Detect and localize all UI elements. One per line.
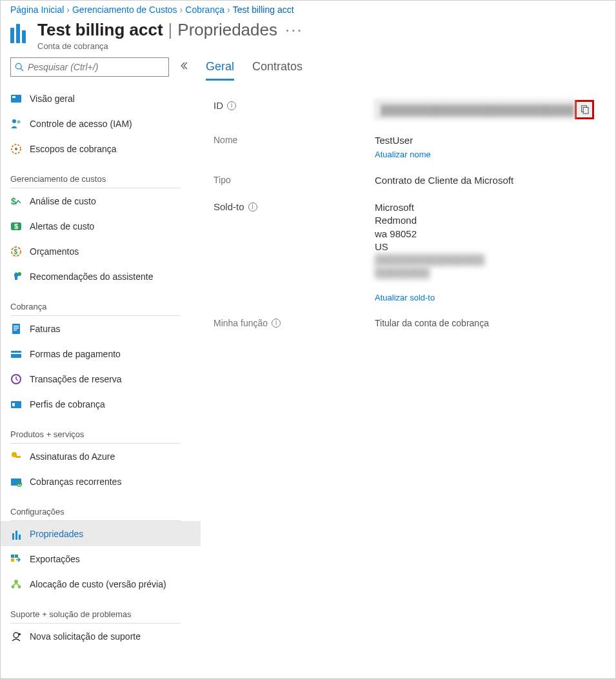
svg-rect-28 [15, 555, 18, 558]
sidebar-item-billing-scopes[interactable]: Escopos de cobrança [10, 136, 201, 161]
sidebar-item-payment-methods[interactable]: Formas de pagamento [10, 341, 201, 366]
svg-point-32 [18, 585, 21, 588]
sidebar-item-invoices[interactable]: Faturas [10, 316, 201, 341]
update-soldto-link[interactable]: Atualizar sold-to [375, 293, 435, 302]
billing-account-icon [10, 24, 30, 43]
svg-rect-16 [14, 328, 19, 329]
search-box[interactable] [10, 57, 169, 77]
field-value-type: Contrato de Cliente da Microsoft [375, 175, 606, 186]
sidebar-group-settings: Configurações [10, 494, 181, 521]
sidebar-item-label: Visão geral [30, 93, 194, 104]
sidebar-item-advisor-recommendations[interactable]: Recomendações do assistente [10, 264, 201, 289]
sidebar-item-label: Alertas de custo [30, 221, 194, 231]
sidebar-item-cost-alerts[interactable]: $ Alertas de custo [10, 213, 201, 239]
sidebar-item-label: Formas de pagamento [30, 349, 194, 359]
sidebar-item-label: Escopos de cobrança [30, 144, 194, 154]
svg-point-7 [15, 148, 17, 150]
update-name-link[interactable]: Atualizar nome [375, 150, 431, 159]
tab-general[interactable]: Geral [206, 57, 234, 81]
sidebar-item-label: Recomendações do assistente [30, 271, 194, 282]
breadcrumb-link[interactable]: Página Inicial [10, 5, 64, 15]
info-icon[interactable]: i [272, 319, 281, 328]
sidebar-item-label: Propriedades [30, 529, 194, 539]
sidebar-group-cost-management: Gerenciamento de custos [10, 161, 181, 188]
svg-point-0 [15, 63, 21, 69]
tabs: Geral Contratos [201, 57, 606, 81]
sidebar-item-exports[interactable]: Exportações [10, 546, 201, 571]
scope-icon [10, 143, 22, 155]
sidebar-item-label: Orçamentos [30, 246, 194, 257]
field-label-type: Tipo [214, 175, 375, 185]
tab-agreements[interactable]: Contratos [252, 57, 303, 81]
copy-id-button[interactable] [575, 100, 594, 119]
sidebar-item-azure-subscriptions[interactable]: Assinaturas do Azure [10, 444, 201, 469]
breadcrumb-link[interactable]: Gerenciamento de Custos [72, 5, 177, 15]
sidebar-item-access-control[interactable]: Controle de acesso (IAM) [10, 111, 201, 136]
sidebar-item-reservation-transactions[interactable]: Transações de reserva [10, 366, 201, 391]
field-label-my-role: Minha função i [214, 318, 375, 328]
sidebar-item-new-support-request[interactable]: Nova solicitação de suporte [10, 624, 201, 649]
svg-point-4 [12, 119, 16, 123]
header-more-button[interactable]: ··· [283, 20, 303, 40]
field-label-name: Nome [214, 135, 375, 145]
budget-icon: $ [10, 246, 22, 257]
field-value-soldto: Microsoft Redmond wa 98052 US ██████████… [375, 201, 606, 280]
svg-text:$: $ [14, 248, 18, 255]
key-icon [10, 451, 22, 462]
header-subtitle: Conta de cobrança [37, 41, 303, 51]
svg-rect-3 [12, 96, 15, 98]
svg-rect-2 [11, 95, 21, 103]
sidebar-item-label: Nova solicitação de suporte [30, 631, 194, 642]
svg-point-30 [14, 580, 18, 584]
properties-icon [10, 528, 22, 540]
sidebar-item-overview[interactable]: Visão geral [10, 86, 201, 111]
svg-text:$: $ [11, 196, 16, 206]
profile-icon [10, 399, 22, 410]
svg-rect-27 [11, 555, 14, 558]
svg-rect-36 [583, 108, 588, 114]
sidebar-item-label: Controle de acesso (IAM) [30, 119, 194, 129]
svg-rect-14 [12, 324, 20, 334]
info-icon[interactable]: i [248, 202, 257, 212]
search-icon [15, 63, 24, 72]
collapse-sidebar-button[interactable] [181, 61, 191, 74]
support-icon [10, 631, 22, 642]
field-value-my-role: Titular da conta de cobrança [375, 318, 606, 328]
svg-rect-18 [11, 351, 21, 358]
card-icon [10, 348, 22, 360]
main-content: Geral Contratos ID i ███████████████████… [201, 54, 615, 670]
svg-point-13 [17, 272, 21, 276]
field-label-soldto: Sold-to i [214, 201, 375, 212]
breadcrumb: Página Inicial › Gerenciamento de Custos… [1, 1, 615, 15]
overview-icon [10, 93, 22, 104]
id-value-box: ████████████████████████████████ ... [375, 100, 575, 119]
header-title: Test billing acct [37, 20, 163, 40]
sidebar-item-label: Análise de custo [30, 196, 194, 206]
sidebar-item-billing-profiles[interactable]: Perfis de cobrança [10, 391, 201, 417]
sidebar-item-recurring-charges[interactable]: Cobranças recorrentes [10, 469, 201, 494]
sidebar-item-cost-allocation[interactable]: Alocação de custo (versão prévia) [10, 571, 201, 596]
clock-icon [10, 373, 22, 385]
advisor-icon [10, 271, 22, 282]
breadcrumb-current: Test billing acct [233, 5, 294, 15]
breadcrumb-link[interactable]: Cobrança [185, 5, 224, 15]
svg-point-33 [14, 633, 19, 638]
sidebar-item-label: Faturas [30, 324, 194, 334]
svg-line-1 [21, 68, 23, 71]
copy-icon [580, 105, 589, 114]
sidebar-item-budgets[interactable]: $ Orçamentos [10, 239, 201, 264]
invoice-icon [10, 323, 22, 335]
info-icon[interactable]: i [227, 101, 236, 110]
svg-rect-15 [14, 326, 19, 327]
sidebar-item-cost-analysis[interactable]: $ Análise de custo [10, 188, 201, 213]
svg-text:$: $ [14, 222, 18, 230]
search-input[interactable] [24, 61, 164, 73]
sidebar: Visão geral Controle de acesso (IAM) Esc… [1, 54, 201, 670]
field-value-name: TestUser [375, 135, 606, 146]
sidebar-item-label: Perfis de cobrança [30, 399, 194, 409]
sidebar-item-label: Cobranças recorrentes [30, 477, 194, 487]
sidebar-group-products-services: Produtos + serviços [10, 417, 181, 444]
sidebar-group-support: Suporte + solução de problemas [10, 596, 181, 624]
sidebar-item-properties[interactable]: Propriedades [1, 521, 201, 546]
header-page: Propriedades [177, 20, 277, 40]
